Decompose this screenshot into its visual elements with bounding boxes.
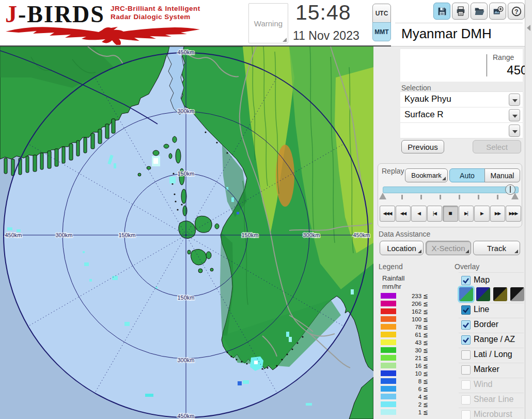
selection-label: Selection (401, 84, 431, 92)
overlay-item-lati-long[interactable]: Lati / Long (459, 350, 524, 361)
auto-button[interactable]: Auto (449, 168, 485, 182)
stop-button[interactable]: ■ (443, 206, 458, 222)
xsection-button[interactable]: X-Section (426, 241, 471, 255)
open-folder-button[interactable] (471, 3, 488, 20)
legend-row: 2 ≦ (381, 401, 443, 408)
map-style-swatches (459, 287, 524, 302)
timezone-toggle: UTC MMT (372, 4, 391, 41)
overlay-item-wind: Wind (459, 380, 524, 391)
save-button[interactable] (433, 3, 450, 20)
clock-time: 15:48 (295, 1, 351, 25)
warning-button[interactable]: Warning (248, 3, 288, 43)
selection-field-site[interactable]: Kyauk Phyu (400, 92, 523, 107)
bookmark-button[interactable]: Bookmark (405, 168, 448, 182)
eagle-logo-icon (4, 24, 201, 45)
transport-controls: ◀◀◀ ◀◀ ◀ |◀ ■ ▶| ▶ ▶▶ ▶▶▶ (380, 206, 521, 222)
play-reverse-button[interactable]: ◀ (411, 206, 427, 222)
map-top-border (0, 45, 391, 46)
svg-text:300km: 300km (177, 357, 194, 363)
legend-row: 233 ≦ (381, 292, 443, 300)
manual-button[interactable]: Manual (484, 168, 520, 182)
overlay-item-map[interactable]: Map (459, 275, 524, 287)
legend-row: 1 ≦ (381, 409, 443, 416)
overlay-item-shear-line: Shear Line (459, 395, 524, 406)
timeline-end-marker (511, 193, 519, 199)
radar-map[interactable]: 450km 300km 150km 150km 300km 450km 450k… (0, 46, 373, 419)
legend-row: 78 ≦ (381, 323, 443, 331)
checkbox-map[interactable] (461, 276, 471, 285)
track-button[interactable]: Track (473, 241, 520, 255)
folder-icon (474, 6, 485, 17)
overlay-item-microburst: Microburst (459, 410, 524, 419)
legend-row: 30 ≦ (381, 347, 443, 354)
dropdown-button-product[interactable] (509, 109, 520, 121)
logo-birds: -BIRDS (18, 1, 105, 27)
menu-corner-icon (442, 177, 446, 180)
chevron-down-icon (512, 115, 518, 118)
svg-text:150km: 150km (177, 294, 194, 301)
checkbox-microburst (461, 410, 471, 419)
add-image-icon (492, 6, 504, 17)
replay-section: Replay Bookmark Auto Manual ◀◀◀ ◀◀ ◀ |◀ (378, 163, 522, 227)
legend-label: Legend (379, 262, 403, 271)
chevron-down-icon (512, 130, 518, 133)
legend-row: 100 ≦ (381, 316, 443, 323)
mmt-button[interactable]: MMT (372, 22, 391, 41)
legend-row: 6 ≦ (381, 385, 443, 393)
chevron-down-icon (512, 99, 518, 102)
legend-row: 16 ≦ (381, 362, 443, 369)
map-style-1[interactable] (459, 287, 473, 301)
selection-field-product[interactable]: Surface R (400, 107, 523, 123)
overlay-item-marker[interactable]: Marker (459, 365, 524, 376)
print-button[interactable] (452, 3, 469, 20)
print-icon (455, 6, 466, 17)
checkbox-line[interactable] (461, 305, 471, 315)
step-back-button[interactable]: |◀ (427, 206, 443, 222)
check-icon (462, 276, 470, 285)
check-icon (462, 321, 470, 329)
play-button[interactable]: ▶ (474, 206, 490, 222)
checkbox-range-az[interactable] (461, 335, 471, 345)
map-style-4[interactable] (510, 287, 524, 301)
logo-j: J (5, 1, 18, 27)
forward-fastest-button[interactable]: ▶▶▶ (506, 206, 521, 222)
resize-grip-icon (283, 38, 287, 42)
add-image-button[interactable] (489, 3, 506, 20)
rewind-fastest-button[interactable]: ◀◀◀ (380, 206, 395, 222)
station-title: Myanmar DMH (401, 26, 492, 42)
svg-text:450km: 450km (5, 232, 22, 238)
forward-fast-button[interactable]: ▶▶ (490, 206, 506, 222)
map-style-2[interactable] (476, 287, 490, 301)
checkbox-border[interactable] (461, 320, 471, 330)
replay-timeline-slider[interactable] (383, 187, 519, 193)
step-forward-button[interactable]: ▶| (459, 206, 474, 222)
overlay-item-border[interactable]: Border (459, 320, 524, 331)
dropdown-button-site[interactable] (509, 94, 520, 106)
help-button[interactable]: ? (508, 3, 525, 20)
checkbox-shear-line (461, 395, 471, 405)
selection-field-extra[interactable] (400, 123, 523, 138)
map-style-3[interactable] (493, 287, 507, 301)
check-icon (462, 336, 470, 344)
menu-corner-icon (514, 250, 518, 253)
checkbox-wind (461, 380, 471, 390)
svg-text:450km: 450km (177, 49, 194, 55)
dropdown-button-extra[interactable] (509, 125, 520, 137)
range-label: Range (493, 53, 514, 61)
overlay-item-range-az[interactable]: Range / AZ (459, 335, 524, 346)
range-value: 450 km (461, 63, 532, 77)
select-button[interactable]: Select (473, 140, 521, 153)
utc-button[interactable]: UTC (372, 4, 391, 23)
timeline-start-marker (379, 193, 386, 199)
overlay-item-line[interactable]: Line (459, 305, 524, 316)
save-icon (436, 6, 448, 17)
control-panel: Range 450 km Selection Kyauk Phyu Surfac… (373, 46, 525, 419)
help-icon: ? (511, 6, 522, 17)
location-button[interactable]: Location (380, 241, 424, 255)
panel-collapse-handle[interactable] (525, 0, 532, 419)
previous-button[interactable]: Previous (401, 140, 444, 153)
checkbox-lati-long[interactable] (461, 350, 471, 360)
rewind-fast-button[interactable]: ◀◀ (396, 206, 411, 222)
checkbox-marker[interactable] (461, 365, 471, 375)
legend-row: 8 ≦ (381, 378, 443, 385)
